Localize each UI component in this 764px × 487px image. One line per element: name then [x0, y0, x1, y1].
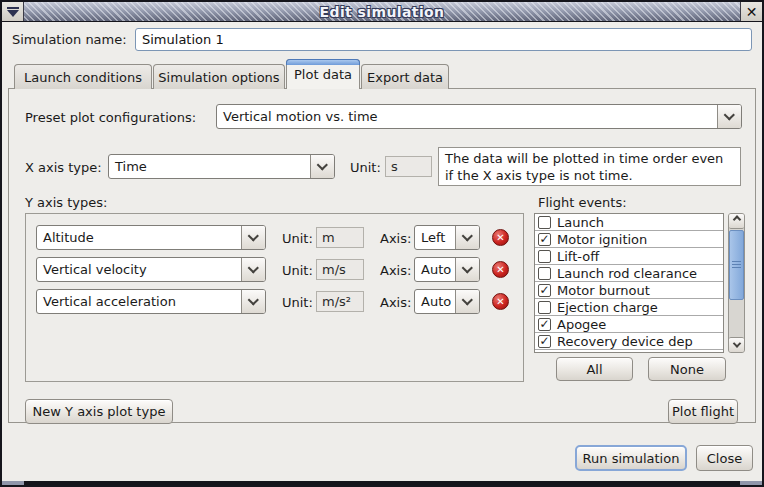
x-axis-combobox[interactable]: Time	[108, 154, 335, 179]
flight-event-row[interactable]: Ejection charge	[535, 299, 723, 316]
flight-event-label: Apogee	[557, 317, 606, 332]
flight-events-label: Flight events:	[538, 195, 627, 210]
close-button[interactable]: Close	[696, 445, 753, 471]
scrollbar-thumb[interactable]	[729, 230, 744, 300]
unit-label: Unit:	[282, 263, 313, 278]
y-axis-type-value: Vertical acceleration	[37, 290, 241, 313]
checkbox-icon[interactable]	[538, 216, 551, 229]
delete-row-button[interactable]: ✕	[492, 229, 509, 246]
y-axis-type-combobox[interactable]: Vertical acceleration	[36, 289, 266, 314]
window-menu-icon	[7, 7, 19, 17]
x-axis-label: X axis type:	[25, 160, 102, 175]
window-close-button[interactable]: ✕	[740, 2, 762, 21]
flight-event-label: Ejection charge	[557, 300, 658, 315]
flight-event-label: Launch	[557, 215, 604, 230]
flight-event-label: Lift-off	[557, 249, 599, 264]
scroll-up-button[interactable]	[729, 214, 744, 229]
axis-value: Auto	[415, 258, 455, 281]
checkbox-icon[interactable]	[538, 250, 551, 263]
y-axis-type-value: Vertical velocity	[37, 258, 241, 281]
axis-combobox[interactable]: Auto	[414, 257, 480, 282]
checkbox-icon[interactable]: ✓	[538, 284, 551, 297]
tab-plot-data[interactable]: Plot data	[286, 59, 360, 89]
x-unit-field: s	[385, 156, 432, 177]
run-simulation-button[interactable]: Run simulation	[575, 445, 687, 471]
chevron-up-icon	[732, 215, 740, 223]
scroll-down-button[interactable]	[729, 337, 744, 352]
checkbox-icon[interactable]: ✓	[538, 335, 551, 348]
preset-label: Preset plot configurations:	[25, 110, 196, 125]
title-bar[interactable]: Edit simulation ✕	[2, 2, 762, 22]
delete-icon: ✕	[496, 296, 504, 307]
edit-simulation-dialog: Edit simulation ✕ Simulation name: Launc…	[0, 0, 764, 487]
x-axis-value: Time	[109, 155, 310, 178]
flight-event-row[interactable]: ✓ Motor ignition	[535, 231, 723, 248]
window-title: Edit simulation	[320, 4, 445, 20]
checkbox-icon[interactable]	[538, 267, 551, 280]
flight-event-row[interactable]: Launch rod clearance	[535, 265, 723, 282]
flight-events-scrollbar[interactable]	[728, 213, 745, 353]
flight-event-label: Motor burnout	[557, 283, 650, 298]
resize-grip-left[interactable]	[2, 481, 24, 485]
close-icon: ✕	[746, 4, 758, 20]
grip-icon	[732, 261, 741, 269]
y-axis-type-combobox[interactable]: Vertical velocity	[36, 257, 266, 282]
axis-combobox[interactable]: Auto	[414, 289, 480, 314]
chevron-down-icon	[316, 159, 327, 170]
simulation-name-label: Simulation name:	[12, 32, 127, 47]
flight-event-row[interactable]: Lift-off	[535, 248, 723, 265]
axis-label: Axis:	[380, 295, 411, 310]
tab-simulation-options[interactable]: Simulation options	[153, 64, 285, 89]
delete-icon: ✕	[496, 264, 504, 275]
time-order-note: The data will be plotted in time order e…	[438, 147, 741, 186]
delete-row-button[interactable]: ✕	[492, 261, 509, 278]
axis-value: Left	[415, 226, 455, 249]
unit-field: m/s	[316, 259, 364, 280]
tab-bar: Launch conditions Simulation options Plo…	[14, 59, 449, 89]
all-button[interactable]: All	[556, 357, 633, 381]
axis-value: Auto	[415, 290, 455, 313]
flight-events-list: Launch ✓ Motor ignition Lift-off Launch …	[534, 213, 724, 353]
tab-launch-conditions[interactable]: Launch conditions	[14, 64, 152, 89]
chevron-down-icon	[732, 339, 740, 347]
flight-event-label: Motor ignition	[557, 232, 647, 247]
unit-label: Unit:	[282, 231, 313, 246]
y-axis-types-label: Y axis types:	[25, 195, 107, 210]
axis-label: Axis:	[380, 231, 411, 246]
unit-field: m/s²	[316, 291, 364, 312]
new-y-axis-button[interactable]: New Y axis plot type	[25, 399, 173, 424]
plot-data-panel: Preset plot configurations: Vertical mot…	[8, 88, 756, 423]
delete-icon: ✕	[496, 232, 504, 243]
checkbox-icon[interactable]: ✓	[538, 233, 551, 246]
chevron-down-icon	[461, 262, 472, 273]
flight-event-label: Recovery device dep	[557, 334, 693, 349]
y-axis-type-value: Altitude	[37, 226, 241, 249]
chevron-down-icon	[723, 109, 734, 120]
checkbox-icon[interactable]	[538, 301, 551, 314]
axis-label: Axis:	[380, 263, 411, 278]
plot-flight-button[interactable]: Plot flight	[668, 399, 738, 424]
preset-combobox[interactable]: Vertical motion vs. time	[216, 104, 742, 129]
flight-event-row[interactable]: Launch	[535, 214, 723, 231]
window-menu-button[interactable]	[2, 2, 24, 21]
delete-row-button[interactable]: ✕	[492, 293, 509, 310]
flight-event-row[interactable]: ✓ Motor burnout	[535, 282, 723, 299]
preset-value: Vertical motion vs. time	[217, 105, 717, 128]
flight-event-label: Launch rod clearance	[557, 266, 697, 281]
window-bottom-frame	[2, 481, 762, 485]
chevron-down-icon	[461, 230, 472, 241]
unit-label: Unit:	[282, 295, 313, 310]
flight-event-row[interactable]: ✓ Apogee	[535, 316, 723, 333]
checkbox-icon[interactable]: ✓	[538, 318, 551, 331]
resize-grip-right[interactable]	[740, 481, 762, 485]
y-axis-groupbox: Altitude Unit: m Axis: Left ✕ Vertical v…	[25, 213, 524, 382]
y-axis-type-combobox[interactable]: Altitude	[36, 225, 266, 250]
axis-combobox[interactable]: Left	[414, 225, 480, 250]
flight-event-row[interactable]: ✓ Recovery device dep	[535, 333, 723, 350]
simulation-name-input[interactable]	[135, 28, 752, 51]
tab-export-data[interactable]: Export data	[361, 64, 449, 89]
x-unit-label: Unit:	[350, 160, 381, 175]
none-button[interactable]: None	[648, 357, 726, 381]
chevron-down-icon	[461, 294, 472, 305]
chevron-down-icon	[247, 262, 258, 273]
